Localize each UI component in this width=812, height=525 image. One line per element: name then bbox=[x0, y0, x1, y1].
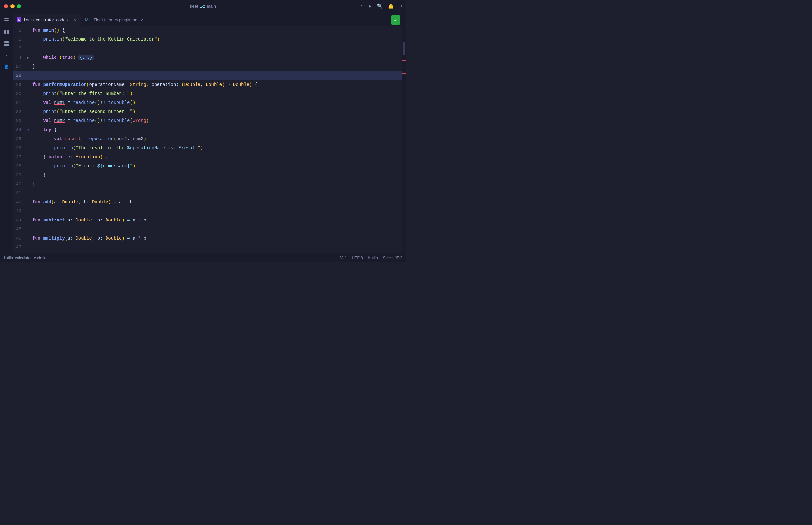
line-num-44: 44 bbox=[13, 216, 26, 225]
code-text-29: fun performOperation(operationName: Stri… bbox=[31, 80, 402, 89]
scrollbar-thumb[interactable] bbox=[403, 42, 405, 55]
code-text-37: } catch (e: Exception) { bbox=[31, 152, 402, 162]
minimize-button[interactable] bbox=[10, 4, 15, 9]
tab-markdown-close[interactable]: ✕ bbox=[140, 17, 144, 22]
bell-icon[interactable]: 🔔 bbox=[388, 3, 394, 9]
svg-rect-0 bbox=[4, 18, 9, 19]
scrollbar-marker-1 bbox=[402, 60, 406, 61]
scrollbar-track[interactable] bbox=[402, 26, 406, 253]
line-num-41: 41 bbox=[13, 189, 26, 198]
close-button[interactable] bbox=[4, 4, 8, 9]
code-line-31: 31 val num1 = readLine()!!.toDouble() bbox=[13, 98, 402, 107]
line-num-1: 1 bbox=[13, 26, 26, 35]
line-num-40: 40 bbox=[13, 180, 26, 189]
layout-icon[interactable] bbox=[2, 39, 11, 48]
code-line-43: 43 bbox=[13, 207, 402, 216]
code-editor[interactable]: 1 fun main() { 2 println("Welcome to the… bbox=[13, 26, 402, 253]
line-num-46: 46 bbox=[13, 234, 26, 243]
code-line-37: 37 } catch (e: Exception) { bbox=[13, 152, 402, 162]
line-num-39: 39 bbox=[13, 171, 26, 180]
kotlin-file-icon: K bbox=[17, 17, 21, 22]
code-text-2: println("Welcome to the Kotlin Calculato… bbox=[31, 35, 402, 44]
line-num-35: 35 bbox=[13, 135, 26, 144]
code-line-3: 3 bbox=[13, 44, 402, 53]
line-num-47: 47 bbox=[13, 243, 26, 252]
branch-name: main bbox=[207, 4, 216, 9]
svg-rect-2 bbox=[4, 21, 9, 22]
code-text-38: println("Error: ${e.message}") bbox=[31, 162, 402, 170]
line-num-4: 4 bbox=[13, 53, 26, 62]
code-line-4: 4 ▶ while (true) {...} bbox=[13, 53, 402, 62]
person-icon[interactable]: 👤 bbox=[2, 62, 11, 72]
status-right: 28:1 UTF-8 Kotlin Select JDK bbox=[339, 256, 402, 260]
code-line-35: 35 val result = operation(num1, num2) bbox=[13, 134, 402, 144]
code-text-42: fun add(a: Double, b: Double) = a + b bbox=[31, 198, 402, 207]
code-line-46: 46 fun multiply(a: Double, b: Double) = … bbox=[13, 234, 402, 243]
statusbar: kotlin_calculator_code.kt 28:1 UTF-8 Kot… bbox=[0, 253, 406, 262]
code-line-32: 32 print("Enter the second number: ") bbox=[13, 107, 402, 116]
tab-kotlin-label: kotlin_calculator_code.kt bbox=[24, 17, 70, 22]
code-text-40: } bbox=[31, 180, 402, 189]
line-num-37: 37 bbox=[13, 153, 26, 162]
line-num-43: 43 bbox=[13, 207, 26, 216]
svg-rect-3 bbox=[4, 30, 6, 34]
fold-4[interactable]: ▶ bbox=[26, 54, 31, 63]
code-text-34: try { bbox=[31, 125, 402, 134]
tabs-bar: K kotlin_calculator_code.kt ✕ M↓ Fleet t… bbox=[13, 13, 406, 26]
line-num-2: 2 bbox=[13, 35, 26, 44]
code-line-45: 45 bbox=[13, 225, 402, 234]
line-num-34: 34 bbox=[13, 125, 26, 135]
line-num-30: 30 bbox=[13, 89, 26, 99]
line-num-27: 27 bbox=[13, 62, 26, 71]
code-line-2: 2 println("Welcome to the Kotlin Calcula… bbox=[13, 35, 402, 44]
code-text-32: print("Enter the second number: ") bbox=[31, 107, 402, 116]
maximize-button[interactable] bbox=[17, 4, 21, 9]
sidebar-toggle[interactable] bbox=[2, 15, 11, 25]
code-line-1: 1 fun main() { bbox=[13, 26, 402, 35]
tab-markdown[interactable]: M↓ Fleet themes plugin.md ✕ bbox=[81, 14, 149, 26]
svg-rect-6 bbox=[4, 44, 9, 46]
lightning-icon[interactable]: ⚡ bbox=[361, 3, 363, 9]
code-line-38: 38 println("Error: ${e.message}") bbox=[13, 162, 402, 170]
line-num-42: 42 bbox=[13, 198, 26, 207]
tab-kotlin[interactable]: K kotlin_calculator_code.kt ✕ bbox=[13, 14, 81, 26]
titlebar: fleet ⎇ main ⚡ ▶ 🔍 🔔 ⊙ bbox=[0, 0, 406, 13]
code-line-44: 44 fun subtract(a: Double, b: Double) = … bbox=[13, 216, 402, 225]
settings-icon[interactable]: ⊙ bbox=[399, 3, 402, 9]
markdown-file-icon: M↓ bbox=[85, 17, 91, 22]
code-text-30: print("Enter the first number: ") bbox=[31, 89, 402, 98]
line-num-28: 28 bbox=[13, 71, 26, 80]
code-line-27: 27 } bbox=[13, 62, 402, 71]
titlebar-actions: ⚡ ▶ 🔍 🔔 ⊙ bbox=[361, 3, 402, 9]
line-num-33: 33 bbox=[13, 117, 26, 125]
code-text-35: val result = operation(num1, num2) bbox=[31, 134, 402, 144]
code-line-28: 28 bbox=[13, 71, 402, 80]
app-name: fleet bbox=[190, 4, 198, 9]
code-text-46: fun multiply(a: Double, b: Double) = a *… bbox=[31, 234, 402, 243]
tab-kotlin-close[interactable]: ✕ bbox=[72, 17, 77, 22]
play-icon[interactable]: ▶ bbox=[369, 3, 371, 9]
fold-34[interactable]: ▼ bbox=[26, 126, 31, 135]
status-language[interactable]: Kotlin bbox=[368, 256, 378, 260]
search-icon[interactable]: 🔍 bbox=[377, 3, 383, 9]
code-text-4: while (true) {...} bbox=[31, 53, 402, 62]
code-text-1: fun main() { bbox=[31, 26, 402, 35]
status-encoding[interactable]: UTF-8 bbox=[352, 256, 363, 260]
check-badge[interactable]: ✓ bbox=[391, 15, 400, 25]
code-text-39: } bbox=[31, 170, 402, 180]
tab-markdown-label: Fleet themes plugin.md bbox=[94, 17, 137, 22]
left-panel: ⋮⋮⋮ 👤 bbox=[0, 13, 13, 253]
code-line-40: 40 } bbox=[13, 180, 402, 189]
status-sdk[interactable]: Select JDK bbox=[383, 256, 402, 260]
line-num-31: 31 bbox=[13, 99, 26, 107]
code-line-41: 41 bbox=[13, 189, 402, 198]
line-num-3: 3 bbox=[13, 44, 26, 53]
grid-icon[interactable]: ⋮⋮⋮ bbox=[2, 50, 11, 60]
code-text-33: val num2 = readLine()!!.toDouble(wrong) bbox=[31, 116, 402, 125]
panel-split-icon[interactable] bbox=[2, 27, 11, 37]
status-filename: kotlin_calculator_code.kt bbox=[4, 256, 46, 260]
code-text-31: val num1 = readLine()!!.toDouble() bbox=[31, 98, 402, 107]
code-line-47: 47 bbox=[13, 243, 402, 252]
code-text-27: } bbox=[31, 62, 402, 71]
status-position[interactable]: 28:1 bbox=[339, 256, 347, 260]
